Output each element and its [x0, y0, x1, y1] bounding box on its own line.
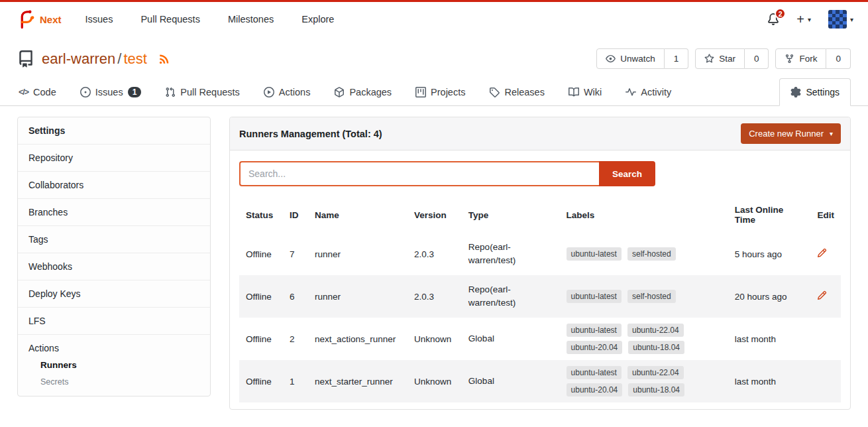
runner-last-online: last month: [728, 318, 811, 360]
label-chip: ubuntu-18.04: [628, 383, 684, 396]
stars-count[interactable]: 0: [745, 48, 769, 69]
forgejo-logo-link[interactable]: Next: [15, 9, 62, 29]
runner-edit-cell: [810, 275, 841, 318]
tab-settings[interactable]: Settings: [779, 78, 851, 106]
tab-label: Issues: [95, 87, 123, 97]
pull-request-icon: [165, 87, 176, 97]
tab-activity[interactable]: Activity: [624, 79, 673, 105]
notifications-button[interactable]: 2: [767, 13, 779, 25]
repo-action-buttons: Unwatch 1 Star 0 Fork 0: [596, 48, 851, 69]
runners-panel: Runners Management (Total: 4) Create new…: [229, 117, 851, 410]
runners-panel-body: Search Status ID Name Version Type Label…: [230, 151, 850, 409]
search-button[interactable]: Search: [599, 161, 655, 186]
tab-label: Projects: [431, 87, 465, 97]
nav-item-pull-requests[interactable]: Pull Requests: [140, 14, 199, 25]
runner-name: runner: [308, 233, 407, 275]
column-header-labels: Labels: [560, 197, 728, 233]
repo-name-link[interactable]: test: [123, 50, 146, 67]
search-input[interactable]: [239, 161, 599, 186]
table-row: Offline 1 next_starter_runner Unknown Gl…: [239, 360, 841, 402]
sidebar-item-repository[interactable]: Repository: [18, 145, 210, 172]
watchers-count[interactable]: 1: [665, 48, 689, 69]
tab-pull-requests[interactable]: Pull Requests: [164, 79, 241, 105]
repo-title: earl-warren/test: [17, 50, 170, 68]
tab-label: Packages: [349, 87, 392, 97]
sidebar-item-runners[interactable]: Runners: [40, 360, 199, 370]
column-header-last-online: Last Online Time: [728, 197, 811, 233]
tab-packages[interactable]: Packages: [333, 79, 393, 105]
runner-version: 2.0.3: [407, 233, 462, 275]
issue-icon: [80, 87, 91, 97]
nav-links: Issues Pull Requests Milestones Explore: [85, 14, 335, 25]
eye-icon: [606, 54, 616, 64]
sidebar-item-actions[interactable]: Actions Runners Secrets: [18, 335, 210, 396]
sidebar-item-webhooks[interactable]: Webhooks: [18, 253, 210, 280]
table-row: Offline 6 runner 2.0.3 Repo(earl-warren/…: [239, 275, 841, 318]
fork-button[interactable]: Fork: [775, 48, 826, 69]
pencil-icon: [817, 248, 827, 258]
navbar-right: 2 + ▾ ▾: [767, 10, 853, 29]
chevron-down-icon: ▾: [808, 16, 811, 23]
column-header-edit: Edit: [810, 197, 841, 233]
tab-projects[interactable]: Projects: [414, 79, 466, 105]
runner-version: Unknown: [407, 360, 462, 402]
runner-status: Offline: [239, 275, 283, 318]
star-button[interactable]: Star: [695, 48, 745, 69]
sidebar-item-deploy-keys[interactable]: Deploy Keys: [18, 280, 210, 308]
runner-name: runner: [308, 275, 407, 318]
runner-last-online: 5 hours ago: [728, 233, 811, 275]
edit-runner-button[interactable]: [817, 290, 827, 300]
label-chip: ubuntu-20.04: [567, 383, 623, 396]
column-header-version: Version: [407, 197, 462, 233]
tab-code[interactable]: </> Code: [17, 79, 58, 105]
tab-issues[interactable]: Issues 1: [79, 79, 143, 105]
label-chip: ubuntu-latest: [567, 247, 622, 261]
tag-icon: [489, 87, 500, 97]
sidebar-item-secrets[interactable]: Secrets: [40, 377, 199, 387]
star-button-group: Star 0: [695, 48, 769, 69]
edit-runner-button[interactable]: [817, 248, 827, 258]
column-header-status: Status: [239, 197, 283, 233]
label-chip: ubuntu-18.04: [628, 341, 684, 354]
runner-name: next_actions_runner: [308, 318, 407, 360]
nav-item-issues[interactable]: Issues: [85, 14, 113, 25]
tab-label: Code: [33, 87, 56, 97]
tab-label: Releases: [504, 87, 544, 97]
project-board-icon: [415, 87, 426, 97]
sidebar-item-collaborators[interactable]: Collaborators: [18, 172, 210, 199]
runner-edit-cell: [810, 233, 841, 275]
runner-edit-cell: [810, 360, 841, 402]
tab-label: Wiki: [584, 87, 602, 97]
create-runner-label: Create new Runner: [749, 129, 824, 139]
runner-labels: ubuntu-latest self-hosted: [560, 275, 728, 318]
sidebar-item-lfs[interactable]: LFS: [18, 308, 210, 335]
unwatch-label: Unwatch: [620, 54, 655, 64]
brand-name: Next: [40, 14, 62, 25]
label-chip: ubuntu-22.04: [627, 324, 684, 337]
repo-icon: [17, 50, 34, 68]
forgejo-logo-icon: [15, 9, 34, 29]
sidebar-item-branches[interactable]: Branches: [18, 199, 210, 226]
nav-item-explore[interactable]: Explore: [301, 14, 334, 25]
runner-status: Offline: [239, 360, 283, 402]
runner-type-text: Global: [468, 375, 494, 388]
sidebar-actions-submenu: Runners Secrets: [28, 353, 199, 388]
table-row: Offline 2 next_actions_runner Unknown Gl…: [239, 318, 841, 360]
create-runner-button[interactable]: Create new Runner ▾: [741, 123, 841, 144]
package-icon: [334, 87, 345, 97]
tab-releases[interactable]: Releases: [488, 79, 545, 105]
nav-item-milestones[interactable]: Milestones: [228, 14, 274, 25]
settings-sidebar: Settings Repository Collaborators Branch…: [17, 117, 211, 396]
runner-status: Offline: [239, 233, 283, 275]
repo-tabs: </> Code Issues 1 Pull Requests Actions …: [0, 78, 868, 106]
tab-actions[interactable]: Actions: [262, 79, 312, 105]
runner-last-online: last month: [728, 360, 811, 402]
tab-wiki[interactable]: Wiki: [567, 79, 603, 105]
sidebar-item-tags[interactable]: Tags: [18, 226, 210, 253]
rss-feed-icon[interactable]: [158, 53, 170, 65]
unwatch-button[interactable]: Unwatch: [596, 48, 665, 69]
forks-count[interactable]: 0: [826, 48, 851, 69]
user-menu[interactable]: ▾: [828, 10, 853, 29]
repo-owner-link[interactable]: earl-warren: [42, 50, 115, 67]
create-new-menu[interactable]: + ▾: [796, 13, 811, 26]
